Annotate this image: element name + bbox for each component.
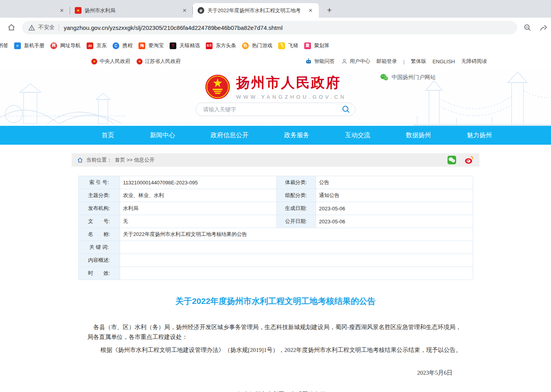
field-label: 发布机构: xyxy=(78,202,120,215)
gov-emblem-icon: ★ xyxy=(137,59,142,64)
new-tab-button[interactable]: + xyxy=(324,4,335,16)
robot-icon xyxy=(305,58,312,65)
zoom-out-icon[interactable] xyxy=(523,24,532,32)
table-row: 内容概述: xyxy=(78,254,473,267)
link-central-gov[interactable]: ★ 中央人民政府 xyxy=(91,58,130,65)
field-label: 索 引 号: xyxy=(78,176,120,189)
link-label: ENGLISH xyxy=(433,59,455,64)
bookmark-label: 网址导航 xyxy=(60,42,81,49)
national-emblem-icon xyxy=(205,74,231,100)
field-value xyxy=(120,241,473,254)
wechat-share-icon[interactable] xyxy=(447,155,457,165)
nav-charming-yangzhou[interactable]: 魅力扬州 xyxy=(467,131,492,140)
url-nav-icon: 网 xyxy=(50,42,57,49)
search-button[interactable] xyxy=(339,103,353,115)
field-value: 水利局 xyxy=(120,202,276,215)
bookmark-phone-bookmarks[interactable]: 机书签 xyxy=(0,42,8,49)
article-date: 2023年5月6日 xyxy=(87,369,464,377)
breadcrumb: 当前位置： 首页 >> 信息公开 xyxy=(72,153,479,167)
site-header: 扬州市人民政府 WWW.YANGZHOU.GOV.CN 中国扬州门户网站 xyxy=(0,69,551,126)
nav-gov-services[interactable]: 政务服务 xyxy=(284,131,309,140)
bookmark-fliggy[interactable]: 飞飞猪 xyxy=(278,42,298,49)
portal-badge[interactable]: 中国扬州门户网站 xyxy=(380,74,436,81)
field-value: 通知公告 xyxy=(316,189,473,202)
tab-water-bureau[interactable]: ★ 扬州市水利局 × xyxy=(70,3,193,18)
link-jiangsu-gov[interactable]: ★ 江苏省人民政府 xyxy=(137,58,181,65)
bookmark-juhuasuan[interactable]: 聚聚划算 xyxy=(304,42,329,49)
url-field[interactable]: 不安全 yangzhou.gov.cn/yzszxxgk/slj/202305/… xyxy=(22,21,517,34)
tab-first-partial[interactable]: × xyxy=(0,3,70,18)
field-label: 内容概述: xyxy=(78,254,120,267)
bookmark-url-nav[interactable]: 网网址导航 xyxy=(50,42,81,49)
smart-qa-link[interactable]: 智能问答 xyxy=(305,58,335,65)
bookmark-label: 天猫精选 xyxy=(179,42,200,49)
accessibility-link[interactable]: 无障碍阅读 xyxy=(461,58,487,65)
hot-games-icon: 热 xyxy=(242,42,249,49)
traditional-chinese-link[interactable]: 繁体版 xyxy=(411,58,426,65)
table-row: 关 键 词: xyxy=(78,241,473,254)
link-label: 繁体版 xyxy=(411,58,426,65)
tmall-icon: T xyxy=(170,42,176,49)
bookmark-hot-games[interactable]: 热热门游戏 xyxy=(242,42,272,49)
home-icon[interactable] xyxy=(7,23,16,32)
warning-icon xyxy=(28,24,35,31)
share-icon[interactable] xyxy=(540,24,548,32)
bookmark-label: 热门游戏 xyxy=(252,42,272,49)
page-content: 当前位置： 首页 >> 信息公开 索 引 号: 1132100001440709… xyxy=(72,153,479,392)
table-row: 主题分类: 农业、林业、水利 组配分类: 通知公告 xyxy=(78,189,473,202)
link-label: 中央人民政府 xyxy=(100,58,130,65)
portal-label: 中国扬州门户网站 xyxy=(392,74,436,81)
table-row: 文 号: 无 公开日期: 2023-05-06 xyxy=(78,215,473,228)
bookmark-label: 京东 xyxy=(96,42,107,49)
bookmark-ctrip[interactable]: C携程 xyxy=(113,42,133,49)
user-center-link[interactable]: 用户中心 xyxy=(341,58,370,65)
nav-interaction[interactable]: 互动交流 xyxy=(345,131,370,140)
site-title: 扬州市人民政府 xyxy=(236,74,346,92)
field-label: 组配分类: xyxy=(276,189,316,202)
field-label: 文 号: xyxy=(78,215,120,228)
bookmark-label: 飞猪 xyxy=(288,42,298,49)
table-row: 发布机构: 水利局 生成日期: 2023-05-06 xyxy=(78,202,473,215)
search-input[interactable] xyxy=(203,106,339,112)
tab-close-icon[interactable]: × xyxy=(58,6,65,15)
english-link[interactable]: ENGLISH xyxy=(433,59,455,64)
weibo-share-icon[interactable] xyxy=(464,155,474,165)
bookmark-taobao[interactable]: 淘爱淘宝 xyxy=(139,42,164,49)
link-label: 邮箱登录 xyxy=(377,58,397,65)
bookmark-jd[interactable]: JD京东 xyxy=(87,42,107,49)
table-row: 时 效: xyxy=(78,267,473,280)
field-label: 时 效: xyxy=(78,267,120,280)
bookmark-label: 携程 xyxy=(122,42,133,49)
nav-home[interactable]: 首页 xyxy=(102,131,114,140)
nav-news-center[interactable]: 新闻中心 xyxy=(150,131,175,140)
tab-close-icon[interactable]: × xyxy=(181,6,188,15)
metadata-table: 索 引 号: 11321000014407098E-2023-095 体裁分类:… xyxy=(78,176,473,280)
link-label: 江苏省人民政府 xyxy=(145,58,181,65)
bookmark-east-news[interactable]: 东方东方头条 xyxy=(206,42,236,49)
tab-bar: × ★ 扬州市水利局 × e 关于2022年度扬州市水利工程文明工地考 × + xyxy=(0,0,551,18)
table-row: 索 引 号: 11321000014407098E-2023-095 体裁分类:… xyxy=(78,176,473,189)
tab-title: 关于2022年度扬州市水利工程文明工地考 xyxy=(207,7,304,14)
breadcrumb-label: 当前位置： xyxy=(86,156,112,164)
nav-gov-info[interactable]: 政府信息公开 xyxy=(211,131,248,140)
site-search xyxy=(196,103,355,116)
bookmark-tmall[interactable]: T天猫精选 xyxy=(170,42,200,49)
field-label: 主题分类: xyxy=(78,189,120,202)
tab-active-announcement[interactable]: e 关于2022年度扬州市水利工程文明工地考 × xyxy=(193,3,319,18)
bookmarks-bar: 机书签 ≡新机手册 网网址导航 JD京东 C携程 淘爱淘宝 T天猫精选 东方东方… xyxy=(0,37,551,54)
site-logo[interactable]: 扬州市人民政府 WWW.YANGZHOU.GOV.CN xyxy=(205,74,346,100)
bookmark-label: 东方头条 xyxy=(216,42,236,49)
bookmark-manual[interactable]: ≡新机手册 xyxy=(14,42,44,49)
nav-data-yangzhou[interactable]: 数据扬州 xyxy=(406,131,431,140)
user-icon xyxy=(341,58,348,64)
article-title: 关于2022年度扬州市水利工程文明工地考核结果的公告 xyxy=(87,296,464,307)
gov-utility-bar: ★ 中央人民政府 ★ 江苏省人民政府 智能问答 用户中心 邮箱登录 | 繁体版 … xyxy=(0,54,551,69)
manual-icon: ≡ xyxy=(14,42,21,49)
tab-close-icon[interactable]: × xyxy=(307,6,314,15)
breadcrumb-path[interactable]: 首页 >> 信息公开 xyxy=(115,156,154,164)
field-label: 公开日期: xyxy=(276,215,316,228)
search-icon xyxy=(342,105,350,114)
mail-login-link[interactable]: 邮箱登录 xyxy=(377,58,397,65)
field-value: 公告 xyxy=(316,176,473,189)
table-row: 名 称: 关于2022年度扬州市水利工程文明工地考核结果的公告 xyxy=(78,228,473,241)
